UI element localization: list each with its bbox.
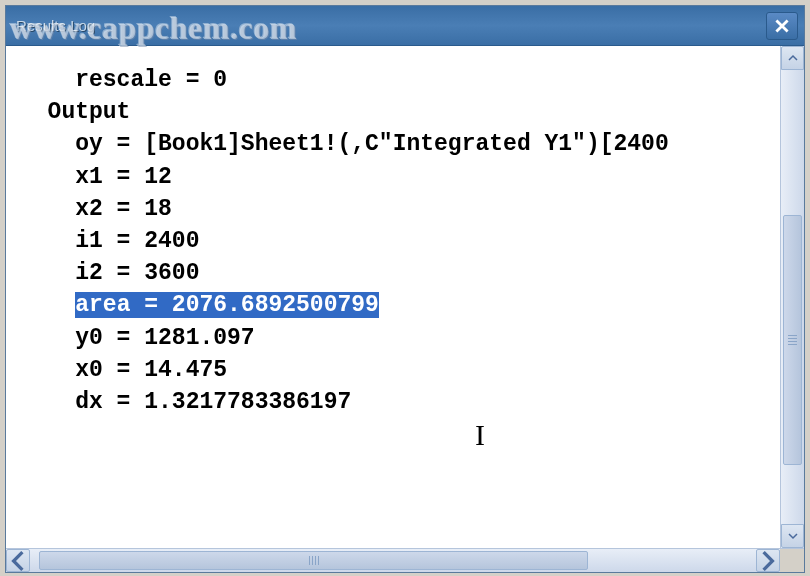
- scroll-corner: [780, 549, 804, 572]
- scroll-left-button[interactable]: [6, 549, 30, 572]
- output-line: x2 = 18: [6, 193, 780, 225]
- highlighted-text: area = 2076.6892500799: [75, 292, 379, 318]
- chevron-right-icon: [757, 550, 779, 572]
- scroll-down-button[interactable]: [781, 524, 804, 548]
- scroll-right-button[interactable]: [756, 549, 780, 572]
- output-line: x0 = 14.475: [6, 354, 780, 386]
- output-text-area[interactable]: rescale = 0 Output oy = [Book1]Sheet1!(,…: [6, 46, 780, 548]
- chevron-left-icon: [7, 550, 29, 572]
- output-line: Output: [6, 96, 780, 128]
- window-title: Results Log: [16, 17, 95, 34]
- output-line: i1 = 2400: [6, 225, 780, 257]
- output-line: i2 = 3600: [6, 257, 780, 289]
- chevron-up-icon: [788, 53, 798, 63]
- output-line: oy = [Book1]Sheet1!(,C"Integrated Y1")[2…: [6, 128, 780, 160]
- vertical-scroll-track[interactable]: [781, 70, 804, 524]
- results-log-window: Results Log rescale = 0 Output oy = [Boo…: [5, 5, 805, 573]
- content-wrapper: rescale = 0 Output oy = [Book1]Sheet1!(,…: [6, 46, 804, 548]
- output-line: dx = 1.3217783386197: [6, 386, 780, 418]
- vertical-scrollbar[interactable]: [780, 46, 804, 548]
- chevron-down-icon: [788, 531, 798, 541]
- output-line: rescale = 0: [6, 64, 780, 96]
- output-line: y0 = 1281.097: [6, 322, 780, 354]
- output-line: x1 = 12: [6, 161, 780, 193]
- close-button[interactable]: [766, 12, 798, 40]
- scroll-up-button[interactable]: [781, 46, 804, 70]
- output-line: area = 2076.6892500799: [6, 289, 780, 321]
- horizontal-scroll-track[interactable]: [32, 549, 754, 572]
- titlebar: Results Log: [6, 6, 804, 46]
- vertical-scroll-thumb[interactable]: [783, 215, 802, 465]
- horizontal-scrollbar[interactable]: [6, 548, 804, 572]
- close-icon: [775, 19, 789, 33]
- horizontal-scroll-thumb[interactable]: [39, 551, 588, 570]
